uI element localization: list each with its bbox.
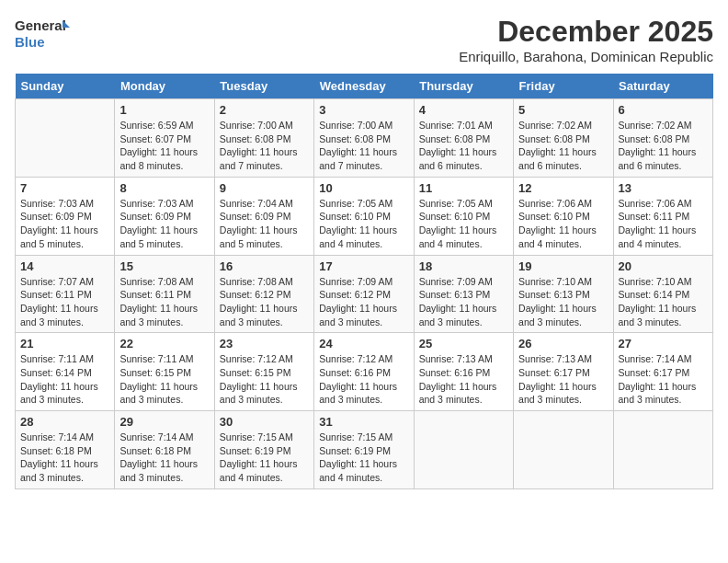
day-number: 29	[119, 415, 209, 429]
calendar-cell: 26 Sunrise: 7:13 AMSunset: 6:17 PMDaylig…	[514, 333, 613, 411]
calendar-cell: 1 Sunrise: 6:59 AMSunset: 6:07 PMDayligh…	[115, 99, 214, 178]
calendar-cell: 31 Sunrise: 7:15 AMSunset: 6:19 PMDaylig…	[314, 411, 414, 489]
day-info: Sunrise: 7:04 AMSunset: 6:09 PMDaylight:…	[220, 197, 309, 251]
calendar-header-tuesday: Tuesday	[214, 74, 313, 99]
day-number: 10	[319, 181, 408, 195]
calendar-header-friday: Friday	[514, 74, 613, 99]
day-number: 1	[119, 103, 209, 117]
day-info: Sunrise: 7:00 AMSunset: 6:08 PMDaylight:…	[319, 119, 408, 173]
calendar-cell: 28 Sunrise: 7:14 AMSunset: 6:18 PMDaylig…	[16, 411, 115, 489]
day-info: Sunrise: 7:01 AMSunset: 6:08 PMDaylight:…	[419, 119, 508, 173]
day-number: 21	[20, 337, 109, 350]
day-info: Sunrise: 7:08 AMSunset: 6:12 PMDaylight:…	[220, 275, 309, 329]
day-number: 27	[619, 337, 708, 350]
calendar-cell: 10 Sunrise: 7:05 AMSunset: 6:10 PMDaylig…	[314, 177, 414, 255]
calendar-cell: 12 Sunrise: 7:06 AMSunset: 6:10 PMDaylig…	[514, 177, 613, 255]
calendar-cell: 30 Sunrise: 7:15 AMSunset: 6:19 PMDaylig…	[214, 411, 313, 489]
day-number: 13	[619, 181, 708, 195]
calendar-cell: 17 Sunrise: 7:09 AMSunset: 6:12 PMDaylig…	[314, 255, 414, 333]
day-info: Sunrise: 7:07 AMSunset: 6:11 PMDaylight:…	[20, 275, 109, 329]
day-info: Sunrise: 7:10 AMSunset: 6:13 PMDaylight:…	[518, 275, 608, 329]
calendar-cell: 6 Sunrise: 7:02 AMSunset: 6:08 PMDayligh…	[613, 99, 712, 178]
day-info: Sunrise: 7:06 AMSunset: 6:10 PMDaylight:…	[518, 197, 608, 251]
calendar-cell: 4 Sunrise: 7:01 AMSunset: 6:08 PMDayligh…	[414, 99, 513, 178]
calendar-header-sunday: Sunday	[16, 74, 115, 99]
calendar-cell: 11 Sunrise: 7:05 AMSunset: 6:10 PMDaylig…	[414, 177, 513, 255]
calendar-table: SundayMondayTuesdayWednesdayThursdayFrid…	[15, 74, 713, 489]
day-info: Sunrise: 7:15 AMSunset: 6:19 PMDaylight:…	[319, 431, 408, 485]
calendar-cell	[613, 411, 712, 489]
day-number: 2	[220, 103, 309, 117]
day-info: Sunrise: 7:09 AMSunset: 6:13 PMDaylight:…	[419, 275, 508, 329]
day-info: Sunrise: 7:15 AMSunset: 6:19 PMDaylight:…	[220, 431, 309, 485]
day-number: 30	[220, 415, 309, 429]
day-number: 15	[119, 259, 209, 273]
day-info: Sunrise: 7:10 AMSunset: 6:14 PMDaylight:…	[619, 275, 708, 329]
day-info: Sunrise: 7:12 AMSunset: 6:15 PMDaylight:…	[220, 352, 309, 407]
day-info: Sunrise: 7:03 AMSunset: 6:09 PMDaylight:…	[119, 197, 209, 251]
calendar-cell: 23 Sunrise: 7:12 AMSunset: 6:15 PMDaylig…	[214, 333, 313, 411]
day-number: 7	[20, 181, 109, 195]
day-info: Sunrise: 7:09 AMSunset: 6:12 PMDaylight:…	[319, 275, 408, 329]
day-info: Sunrise: 7:11 AMSunset: 6:14 PMDaylight:…	[20, 352, 109, 407]
calendar-header-monday: Monday	[115, 74, 214, 99]
day-number: 31	[319, 415, 408, 429]
calendar-cell: 19 Sunrise: 7:10 AMSunset: 6:13 PMDaylig…	[514, 255, 613, 333]
calendar-header-wednesday: Wednesday	[314, 74, 414, 99]
day-info: Sunrise: 7:00 AMSunset: 6:08 PMDaylight:…	[220, 119, 309, 173]
calendar-cell	[414, 411, 513, 489]
day-number: 5	[518, 103, 608, 117]
calendar-cell: 7 Sunrise: 7:03 AMSunset: 6:09 PMDayligh…	[16, 177, 115, 255]
page-subtitle: Enriquillo, Barahona, Dominican Republic	[459, 49, 713, 64]
calendar-cell	[514, 411, 613, 489]
day-info: Sunrise: 7:13 AMSunset: 6:16 PMDaylight:…	[419, 352, 508, 407]
calendar-header-thursday: Thursday	[414, 74, 513, 99]
day-info: Sunrise: 6:59 AMSunset: 6:07 PMDaylight:…	[119, 119, 209, 173]
day-number: 14	[20, 259, 109, 273]
day-number: 19	[518, 259, 608, 273]
day-number: 4	[419, 103, 508, 117]
day-number: 11	[419, 181, 508, 195]
calendar-cell: 20 Sunrise: 7:10 AMSunset: 6:14 PMDaylig…	[613, 255, 712, 333]
day-number: 9	[220, 181, 309, 195]
calendar-cell: 3 Sunrise: 7:00 AMSunset: 6:08 PMDayligh…	[314, 99, 414, 178]
page-title: December 2025	[459, 15, 713, 49]
calendar-header-saturday: Saturday	[613, 74, 712, 99]
day-info: Sunrise: 7:05 AMSunset: 6:10 PMDaylight:…	[419, 197, 508, 251]
calendar-cell: 27 Sunrise: 7:14 AMSunset: 6:17 PMDaylig…	[613, 333, 712, 411]
calendar-cell: 5 Sunrise: 7:02 AMSunset: 6:08 PMDayligh…	[514, 99, 613, 178]
day-info: Sunrise: 7:05 AMSunset: 6:10 PMDaylight:…	[319, 197, 408, 251]
day-info: Sunrise: 7:13 AMSunset: 6:17 PMDaylight:…	[518, 352, 608, 407]
title-area: December 2025 Enriquillo, Barahona, Domi…	[459, 15, 713, 64]
svg-marker-2	[63, 20, 70, 28]
day-number: 17	[319, 259, 408, 273]
day-info: Sunrise: 7:03 AMSunset: 6:09 PMDaylight:…	[20, 197, 109, 251]
logo: General Blue	[15, 15, 70, 55]
day-number: 18	[419, 259, 508, 273]
svg-text:Blue: Blue	[15, 34, 45, 50]
header: General Blue December 2025 Enriquillo, B…	[15, 15, 713, 64]
day-number: 12	[518, 181, 608, 195]
calendar-cell: 2 Sunrise: 7:00 AMSunset: 6:08 PMDayligh…	[214, 99, 313, 178]
calendar-cell: 24 Sunrise: 7:12 AMSunset: 6:16 PMDaylig…	[314, 333, 414, 411]
calendar-cell: 18 Sunrise: 7:09 AMSunset: 6:13 PMDaylig…	[414, 255, 513, 333]
calendar-cell: 16 Sunrise: 7:08 AMSunset: 6:12 PMDaylig…	[214, 255, 313, 333]
day-info: Sunrise: 7:14 AMSunset: 6:18 PMDaylight:…	[119, 431, 209, 485]
day-number: 24	[319, 337, 408, 350]
day-number: 23	[220, 337, 309, 350]
calendar-cell: 29 Sunrise: 7:14 AMSunset: 6:18 PMDaylig…	[115, 411, 214, 489]
day-number: 26	[518, 337, 608, 350]
calendar-cell	[16, 99, 115, 178]
svg-text:General: General	[15, 17, 66, 33]
day-number: 8	[119, 181, 209, 195]
calendar-cell: 8 Sunrise: 7:03 AMSunset: 6:09 PMDayligh…	[115, 177, 214, 255]
calendar-cell: 25 Sunrise: 7:13 AMSunset: 6:16 PMDaylig…	[414, 333, 513, 411]
logo-svg: General Blue	[15, 15, 70, 55]
day-info: Sunrise: 7:12 AMSunset: 6:16 PMDaylight:…	[319, 352, 408, 407]
day-number: 16	[220, 259, 309, 273]
calendar-cell: 15 Sunrise: 7:08 AMSunset: 6:11 PMDaylig…	[115, 255, 214, 333]
day-number: 3	[319, 103, 408, 117]
day-info: Sunrise: 7:02 AMSunset: 6:08 PMDaylight:…	[518, 119, 608, 173]
day-number: 25	[419, 337, 508, 350]
day-info: Sunrise: 7:14 AMSunset: 6:17 PMDaylight:…	[619, 352, 708, 407]
